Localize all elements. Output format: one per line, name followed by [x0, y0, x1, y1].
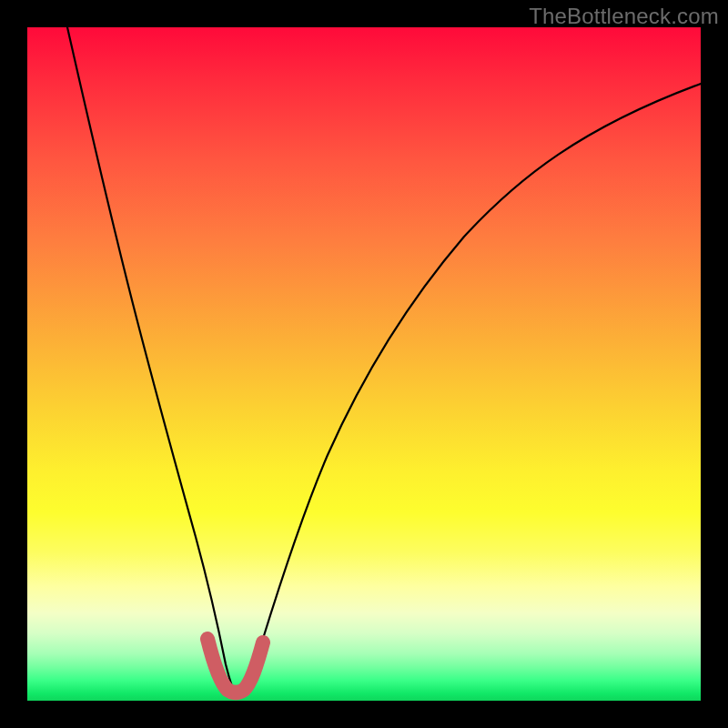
curve-svg: [27, 27, 701, 701]
plot-area: [27, 27, 701, 701]
watermark-label: TheBottleneck.com: [529, 4, 719, 29]
bottleneck-curve: [67, 27, 701, 691]
optimal-zone-highlight: [207, 639, 263, 693]
chart-container: TheBottleneck.com: [0, 0, 728, 728]
